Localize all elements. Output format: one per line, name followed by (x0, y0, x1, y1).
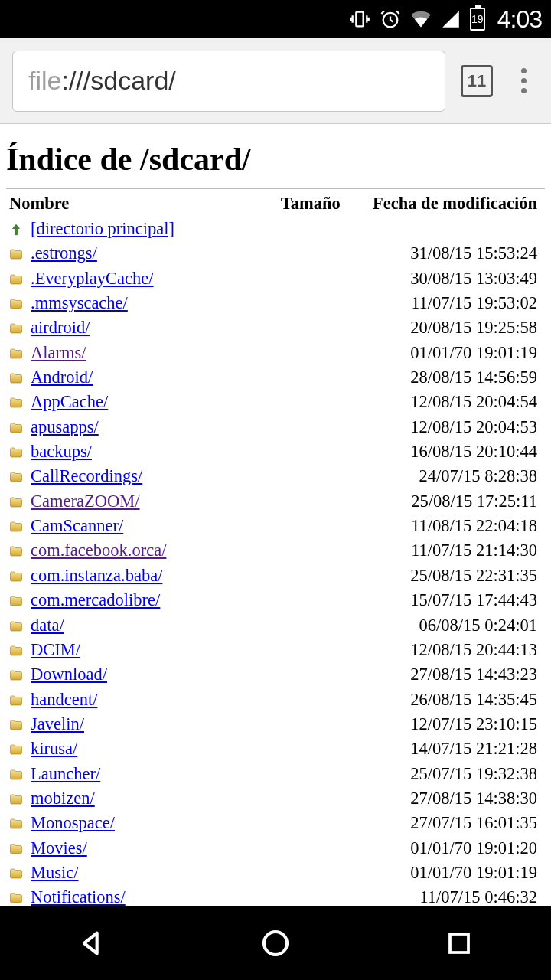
directory-link[interactable]: .estrongs/ (31, 243, 97, 263)
folder-icon (9, 764, 31, 783)
directory-link[interactable]: Download/ (31, 665, 107, 684)
directory-link[interactable]: DCIM/ (31, 640, 80, 659)
header-date: Fecha de modificación (357, 192, 545, 217)
table-row: handcent/26/08/15 14:35:45 (6, 688, 545, 712)
directory-link[interactable]: .EveryplayCache/ (31, 269, 154, 288)
directory-link[interactable]: Javelin/ (31, 714, 84, 733)
folder-icon (9, 541, 31, 560)
file-date: 31/08/15 15:53:24 (357, 241, 545, 266)
table-row: Android/28/08/15 14:56:59 (6, 365, 545, 390)
url-scheme: file (28, 66, 61, 96)
folder-icon (9, 243, 31, 263)
directory-link[interactable]: Movies/ (31, 838, 87, 858)
parent-directory-link[interactable]: [directorio principal] (31, 219, 174, 238)
directory-link[interactable]: Alarms/ (31, 343, 86, 362)
directory-link[interactable]: CamScanner/ (31, 516, 123, 535)
vibrate-icon (349, 8, 370, 30)
file-size (265, 489, 357, 514)
table-row: .estrongs/31/08/15 15:53:24 (6, 241, 545, 266)
directory-link[interactable]: AppCache/ (31, 392, 108, 411)
folder-icon (9, 887, 31, 906)
navigation-bar (0, 906, 551, 980)
directory-link[interactable]: Music/ (31, 863, 79, 882)
file-date: 27/08/15 14:38:30 (357, 786, 545, 811)
file-size (265, 315, 357, 340)
table-row: Download/27/08/15 14:43:23 (6, 662, 545, 687)
file-date: 25/08/15 17:25:11 (357, 489, 545, 514)
file-date: 27/08/15 14:43:23 (357, 662, 545, 687)
file-date: 16/08/15 20:10:44 (357, 439, 545, 464)
file-size (265, 737, 357, 761)
table-row: Movies/01/01/70 19:01:20 (6, 836, 545, 861)
file-date: 11/08/15 22:04:18 (357, 514, 545, 538)
file-size (265, 538, 357, 563)
file-size (265, 688, 357, 712)
header-name: Nombre (6, 192, 265, 217)
table-row: com.facebook.orca/11/07/15 21:14:30 (6, 538, 545, 563)
table-row: Alarms/01/01/70 19:01:19 (6, 341, 545, 365)
file-size (265, 836, 357, 861)
table-row: Notifications/11/07/15 0:46:32 (6, 885, 545, 906)
directory-link[interactable]: backups/ (31, 442, 92, 461)
back-button[interactable] (46, 920, 138, 966)
folder-icon (9, 368, 31, 387)
table-row: kirusa/14/07/15 21:21:28 (6, 737, 545, 761)
table-row: Launcher/25/07/15 19:32:38 (6, 762, 545, 786)
directory-link[interactable]: mobizen/ (31, 789, 95, 808)
file-size (265, 439, 357, 464)
directory-link[interactable]: Android/ (31, 368, 93, 387)
tab-switcher-button[interactable]: 11 (461, 65, 493, 97)
overflow-menu-button[interactable] (508, 68, 539, 93)
file-date: 06/08/15 0:24:01 (357, 613, 545, 638)
folder-icon (9, 789, 31, 808)
table-row: Music/01/01/70 19:01:19 (6, 861, 545, 885)
directory-link[interactable]: com.facebook.orca/ (31, 541, 166, 560)
file-date: 25/07/15 19:32:38 (357, 762, 545, 786)
directory-link[interactable]: CallRecordings/ (31, 466, 142, 485)
directory-link[interactable]: com.instanza.baba/ (31, 566, 162, 585)
file-date: 01/01/70 19:01:19 (357, 341, 545, 365)
folder-icon (9, 616, 31, 635)
file-size (265, 662, 357, 687)
table-row: CameraZOOM/25/08/15 17:25:11 (6, 489, 545, 514)
directory-link[interactable]: .mmsyscache/ (31, 293, 128, 312)
directory-link[interactable]: handcent/ (31, 690, 97, 709)
file-size (265, 811, 357, 835)
home-button[interactable] (230, 920, 321, 966)
directory-link[interactable]: kirusa/ (31, 739, 77, 758)
directory-link[interactable]: data/ (31, 616, 64, 635)
directory-link[interactable]: apusapps/ (31, 417, 99, 436)
file-size (265, 564, 357, 588)
folder-icon (9, 318, 31, 337)
file-size (265, 341, 357, 365)
recent-apps-button[interactable] (413, 920, 505, 966)
header-size: Tamaño (265, 192, 357, 217)
directory-link[interactable]: airdroid/ (31, 318, 90, 337)
battery-icon: 19 (470, 8, 485, 31)
file-size (265, 365, 357, 390)
table-row: .EveryplayCache/30/08/15 13:03:49 (6, 266, 545, 291)
table-row: com.mercadolibre/15/07/15 17:44:43 (6, 588, 545, 612)
file-date: 12/07/15 23:10:15 (357, 712, 545, 737)
directory-link[interactable]: Monospace/ (31, 813, 115, 832)
folder-icon (9, 838, 31, 858)
directory-link[interactable]: Notifications/ (31, 887, 126, 906)
file-size (265, 464, 357, 488)
parent-directory-row: [directorio principal] (6, 217, 545, 241)
file-date: 14/07/15 21:21:28 (357, 737, 545, 761)
folder-icon (9, 293, 31, 312)
file-size (265, 266, 357, 291)
status-clock: 4:03 (497, 5, 542, 34)
directory-link[interactable]: Launcher/ (31, 764, 100, 783)
file-date: 15/07/15 17:44:43 (357, 588, 545, 612)
directory-link[interactable]: com.mercadolibre/ (31, 590, 160, 609)
up-icon (9, 219, 31, 238)
directory-link[interactable]: CameraZOOM/ (31, 492, 139, 511)
divider (6, 188, 545, 189)
folder-icon (9, 516, 31, 535)
folder-icon (9, 590, 31, 609)
url-bar[interactable]: file:///sdcard/ (12, 51, 445, 112)
directory-listing: Nombre Tamaño Fecha de modificación [dir… (6, 192, 545, 906)
file-size (265, 588, 357, 612)
table-row: DCIM/12/08/15 20:44:13 (6, 638, 545, 662)
